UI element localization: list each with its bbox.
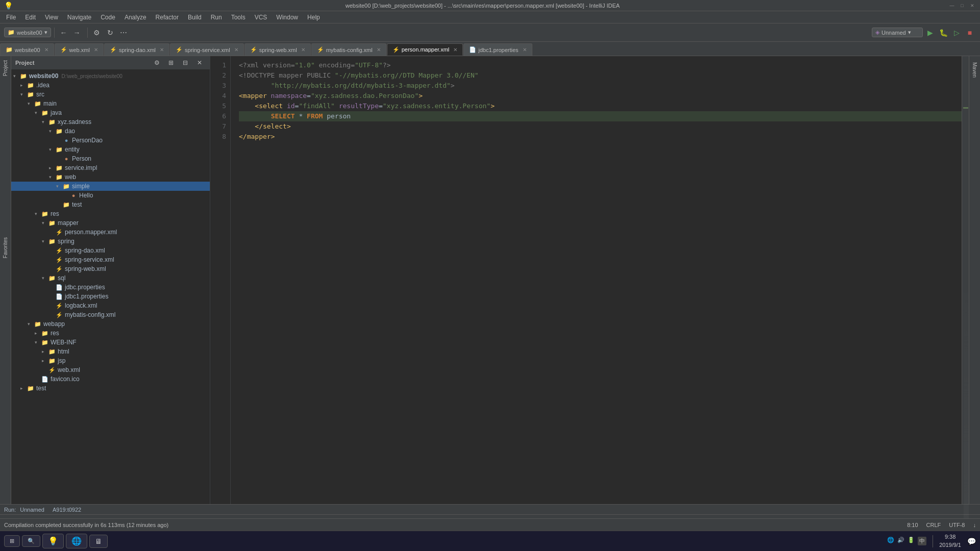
tree-item-idea[interactable]: ▸ 📁 .idea bbox=[11, 81, 210, 90]
tree-item-personmapperxml[interactable]: ⚡ person.mapper.xml bbox=[11, 228, 210, 237]
sidebar-expand-button[interactable]: ⊞ bbox=[165, 57, 177, 69]
tree-item-web[interactable]: ▾ 📁 web bbox=[11, 172, 210, 182]
debug-button[interactable]: 🐛 bbox=[937, 27, 949, 39]
run-coverage-button[interactable]: ▷ bbox=[950, 27, 963, 39]
maximize-button[interactable]: □ bbox=[959, 2, 966, 9]
sidebar-collapse-button[interactable]: ⊟ bbox=[179, 57, 191, 69]
run-button[interactable]: ▶ bbox=[924, 27, 936, 39]
tree-item-html[interactable]: ▸ 📁 html bbox=[11, 347, 210, 356]
menu-window[interactable]: Window bbox=[272, 13, 302, 22]
tree-item-webapp[interactable]: ▾ 📁 webapp bbox=[11, 319, 210, 329]
tree-item-website00-root[interactable]: ▾ 📁 website00 D:\web_projects\website00 bbox=[11, 71, 210, 81]
tree-item-webapp-res[interactable]: ▸ 📁 res bbox=[11, 329, 210, 338]
minimize-button[interactable]: — bbox=[948, 2, 955, 9]
menu-analyze[interactable]: Analyze bbox=[120, 13, 151, 22]
tab-close-springdao[interactable]: ✕ bbox=[160, 47, 164, 53]
tab-close-springweb[interactable]: ✕ bbox=[301, 47, 305, 53]
menu-file[interactable]: File bbox=[2, 13, 20, 22]
tree-label: spring bbox=[58, 238, 75, 245]
notification-button[interactable]: 💬 bbox=[967, 537, 976, 545]
stop-button[interactable]: ■ bbox=[964, 27, 976, 39]
tree-item-xyzsadness[interactable]: ▾ 📁 xyz.sadness bbox=[11, 117, 210, 127]
sidebar-close-button[interactable]: ✕ bbox=[193, 57, 206, 69]
tab-close-website00[interactable]: ✕ bbox=[44, 47, 48, 53]
tab-springweb[interactable]: ⚡ spring-web.xml ✕ bbox=[244, 43, 311, 56]
start-button[interactable]: ⊞ bbox=[4, 535, 20, 547]
menu-build[interactable]: Build bbox=[184, 13, 206, 22]
tree-item-springdaoxml[interactable]: ⚡ spring-dao.xml bbox=[11, 246, 210, 255]
menu-tools[interactable]: Tools bbox=[227, 13, 250, 22]
forward-button[interactable]: → bbox=[71, 27, 83, 39]
tree-item-java[interactable]: ▾ 📁 java bbox=[11, 108, 210, 117]
tree-item-favicon[interactable]: 📄 favicon.ico bbox=[11, 374, 210, 384]
tree-item-simple[interactable]: ▾ 📁 simple bbox=[11, 182, 210, 191]
tab-mybatisconfig[interactable]: ⚡ mybatis-config.xml ✕ bbox=[311, 43, 386, 56]
tab-website00[interactable]: 📁 website00 ✕ bbox=[0, 43, 54, 56]
taskbar-intellij[interactable]: 💡 bbox=[42, 534, 64, 548]
tab-springservice[interactable]: ⚡ spring-service.xml ✕ bbox=[170, 43, 244, 56]
clock[interactable]: 9:38 2019/9/1 bbox=[939, 533, 961, 549]
line-ending[interactable]: CRLF bbox=[926, 522, 941, 528]
tab-label: spring-web.xml bbox=[259, 47, 297, 53]
tree-item-main[interactable]: ▾ 📁 main bbox=[11, 99, 210, 108]
tab-close-webxml[interactable]: ✕ bbox=[94, 47, 98, 53]
sidebar-settings-button[interactable]: ⚙ bbox=[151, 57, 163, 69]
menu-edit[interactable]: Edit bbox=[21, 13, 40, 22]
cursor-position[interactable]: 8:10 bbox=[907, 522, 918, 528]
tree-item-webinf[interactable]: ▾ 📁 WEB-INF bbox=[11, 338, 210, 347]
project-tool-button[interactable]: Project bbox=[2, 58, 9, 78]
tree-item-test-web[interactable]: 📁 test bbox=[11, 200, 210, 209]
tab-close-jdbc1[interactable]: ✕ bbox=[523, 47, 527, 53]
menu-navigate[interactable]: Navigate bbox=[63, 13, 95, 22]
tree-item-hello[interactable]: ● Hello bbox=[11, 191, 210, 200]
favorites-tool-button[interactable]: Favorites bbox=[2, 235, 9, 260]
taskbar-extra[interactable]: 🖥 bbox=[89, 535, 108, 548]
more-button[interactable]: ⋯ bbox=[117, 27, 130, 39]
menu-vcs[interactable]: VCS bbox=[251, 13, 272, 22]
tree-item-jsp[interactable]: ▸ 📁 jsp bbox=[11, 356, 210, 365]
tab-close-springservice[interactable]: ✕ bbox=[234, 47, 238, 53]
menu-view[interactable]: View bbox=[41, 13, 62, 22]
taskbar-search[interactable]: 🔍 bbox=[22, 535, 40, 547]
tree-item-webxmlfile[interactable]: ⚡ web.xml bbox=[11, 365, 210, 374]
tree-item-sql[interactable]: ▾ 📁 sql bbox=[11, 273, 210, 283]
tree-item-spring[interactable]: ▾ 📁 spring bbox=[11, 237, 210, 246]
tree-item-jdbc[interactable]: 📄 jdbc.properties bbox=[11, 283, 210, 292]
tree-item-springwebxml[interactable]: ⚡ spring-web.xml bbox=[11, 264, 210, 273]
tree-item-dao[interactable]: ▾ 📁 dao bbox=[11, 127, 210, 136]
tree-arrow: ▾ bbox=[13, 73, 19, 79]
tree-item-test-root[interactable]: ▸ 📁 test bbox=[11, 384, 210, 393]
tab-jdbc1[interactable]: 📄 jdbc1.properties ✕ bbox=[463, 43, 532, 56]
tree-item-res[interactable]: ▾ 📁 res bbox=[11, 209, 210, 218]
project-selector[interactable]: 📁 website00 ▾ bbox=[4, 28, 51, 37]
tree-item-logback[interactable]: ⚡ logback.xml bbox=[11, 301, 210, 310]
tree-item-persondao[interactable]: ● PersonDao bbox=[11, 136, 210, 145]
encoding[interactable]: UTF-8 bbox=[949, 522, 965, 528]
editor-content[interactable]: 1 2 3 4 5 6 7 8 <?xml version="1.0" enco… bbox=[210, 56, 969, 504]
tree-item-person[interactable]: ● Person bbox=[11, 154, 210, 163]
back-button[interactable]: ← bbox=[58, 27, 70, 39]
taskbar-chrome[interactable]: 🌐 bbox=[66, 534, 87, 548]
tab-springdao[interactable]: ⚡ spring-dao.xml ✕ bbox=[104, 43, 169, 56]
tree-item-entity[interactable]: ▾ 📁 entity bbox=[11, 145, 210, 154]
tab-webxml[interactable]: ⚡ web.xml ✕ bbox=[55, 43, 104, 56]
tab-close-mybatisconfig[interactable]: ✕ bbox=[377, 47, 381, 53]
tree-item-mapper[interactable]: ▾ 📁 mapper bbox=[11, 218, 210, 228]
tree-item-springservicexml[interactable]: ⚡ spring-service.xml bbox=[11, 255, 210, 264]
tab-close-personmapper[interactable]: ✕ bbox=[453, 47, 457, 53]
code-area[interactable]: <?xml version="1.0" encoding="UTF-8"?> <… bbox=[231, 56, 962, 504]
settings-button[interactable]: ⚙ bbox=[91, 27, 103, 39]
menu-help[interactable]: Help bbox=[303, 13, 324, 22]
sync-button[interactable]: ↻ bbox=[104, 27, 116, 39]
run-config-selector[interactable]: ◈ Unnamed ▾ bbox=[872, 28, 923, 37]
tree-item-src[interactable]: ▾ 📁 src bbox=[11, 90, 210, 99]
menu-refactor[interactable]: Refactor bbox=[152, 13, 183, 22]
maven-tool-button[interactable]: Maven bbox=[971, 60, 978, 80]
close-button[interactable]: ✕ bbox=[969, 2, 976, 9]
tree-item-jdbc1[interactable]: 📄 jdbc1.properties bbox=[11, 292, 210, 301]
menu-code[interactable]: Code bbox=[96, 13, 119, 22]
menu-run[interactable]: Run bbox=[207, 13, 226, 22]
tree-item-serviceimpl[interactable]: ▸ 📁 service.impl bbox=[11, 163, 210, 172]
tree-item-mybatisconfig[interactable]: ⚡ mybatis-config.xml bbox=[11, 310, 210, 319]
tab-personmapper[interactable]: ⚡ person.mapper.xml ✕ bbox=[387, 43, 463, 56]
